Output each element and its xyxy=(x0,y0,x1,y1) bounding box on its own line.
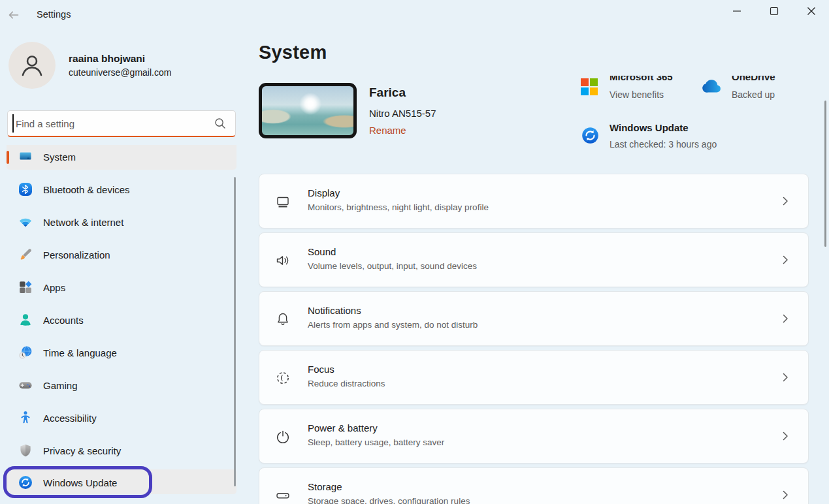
sidebar-item-label: System xyxy=(43,151,76,163)
microsoft-logo-icon xyxy=(581,78,598,95)
power-icon xyxy=(274,428,291,445)
sidebar-item-label: Gaming xyxy=(43,380,78,391)
sidebar-item-privacy-security[interactable]: Privacy & security xyxy=(0,437,237,464)
settings-window: Settings raaina bhojwani cuteuniverse@gm… xyxy=(0,0,829,504)
card-title: Focus xyxy=(308,364,334,375)
search-box[interactable] xyxy=(7,110,236,137)
status-title: Windows Update xyxy=(610,122,689,133)
sidebar-item-label: Network & internet xyxy=(43,217,123,228)
rename-link[interactable]: Rename xyxy=(369,125,406,136)
profile-email: cuteuniverse@gmail.com xyxy=(69,67,171,78)
apps-icon xyxy=(18,280,33,294)
chevron-right-icon xyxy=(779,254,791,266)
chevron-right-icon xyxy=(779,195,791,207)
card-subtitle: Volume levels, output, input, sound devi… xyxy=(308,261,477,271)
sidebar-item-time-language[interactable]: Time & language xyxy=(0,339,237,366)
sidebar-item-network-internet[interactable]: Network & internet xyxy=(0,209,237,235)
card-power-battery[interactable]: Power & battery Sleep, battery usage, ba… xyxy=(259,409,809,464)
time-language-icon xyxy=(18,345,33,360)
sidebar-item-system[interactable]: System xyxy=(0,144,237,170)
system-icon xyxy=(18,150,33,164)
accounts-icon xyxy=(18,313,33,327)
windows-update-icon xyxy=(581,127,599,144)
ms-logo-red xyxy=(581,78,589,86)
sidebar-item-windows-update[interactable]: Windows Update xyxy=(0,469,237,496)
sidebar-item-label: Windows Update xyxy=(43,477,117,488)
person-icon xyxy=(18,51,46,80)
back-button[interactable] xyxy=(5,7,22,24)
sidebar-item-accessibility[interactable]: Accessibility xyxy=(0,405,237,431)
sidebar-scrollbar[interactable] xyxy=(234,177,236,486)
status-title-clipped: OneDrive xyxy=(732,76,804,84)
close-icon xyxy=(806,6,817,16)
avatar[interactable] xyxy=(8,42,56,89)
status-title-clipped: Microsoft 365 xyxy=(610,76,701,84)
minimize-button[interactable] xyxy=(722,0,752,22)
search-icon xyxy=(214,117,227,130)
privacy-shield-icon xyxy=(18,443,33,458)
sidebar-item-gaming[interactable]: Gaming xyxy=(0,372,237,398)
card-title: Notifications xyxy=(308,305,361,316)
personalization-icon xyxy=(18,247,33,262)
status-subtitle: Last checked: 3 hours ago xyxy=(610,139,717,150)
sidebar-item-personalization[interactable]: Personalization xyxy=(0,242,237,268)
sidebar-item-label: Time & language xyxy=(43,347,117,358)
card-focus[interactable]: Focus Reduce distractions xyxy=(259,350,809,405)
close-button[interactable] xyxy=(796,0,826,22)
ms-logo-blue xyxy=(581,87,589,95)
status-subtitle: View benefits xyxy=(610,89,664,100)
page-title: System xyxy=(259,42,327,63)
hover-highlight xyxy=(7,469,236,494)
profile-name: raaina bhojwani xyxy=(69,53,145,65)
card-notifications[interactable]: Notifications Alerts from apps and syste… xyxy=(259,291,809,346)
sidebar-item-label: Bluetooth & devices xyxy=(43,184,130,195)
sidebar-item-apps[interactable]: Apps xyxy=(0,274,237,300)
app-title: Settings xyxy=(37,9,71,20)
card-title: Power & battery xyxy=(308,422,378,433)
display-icon xyxy=(274,193,291,210)
text-caret xyxy=(12,114,14,133)
bell-icon xyxy=(274,311,291,328)
sidebar-item-bluetooth-devices[interactable]: Bluetooth & devices xyxy=(0,176,237,202)
storage-icon xyxy=(274,487,291,504)
sidebar-item-label: Accessibility xyxy=(43,413,97,424)
selected-accent-bar xyxy=(7,151,9,164)
card-subtitle: Reduce distractions xyxy=(308,379,385,388)
card-sound[interactable]: Sound Volume levels, output, input, soun… xyxy=(259,232,809,287)
card-subtitle: Alerts from apps and system, do not dist… xyxy=(308,320,478,330)
focus-icon xyxy=(274,370,291,386)
sidebar-item-label: Apps xyxy=(43,282,65,293)
gaming-icon xyxy=(18,378,33,392)
windows-update-icon xyxy=(18,475,33,490)
chevron-right-icon xyxy=(779,489,791,501)
maximize-button[interactable] xyxy=(759,0,789,22)
minimize-icon xyxy=(732,6,742,16)
card-storage[interactable]: Storage Storage space, drives, configura… xyxy=(259,467,809,504)
search-input[interactable] xyxy=(14,111,210,136)
onedrive-cloud-icon xyxy=(700,79,721,94)
network-icon xyxy=(18,215,33,229)
device-thumbnail xyxy=(259,83,357,138)
bluetooth-icon xyxy=(18,182,33,197)
maximize-icon xyxy=(769,6,779,16)
ms-logo-yellow xyxy=(590,87,598,95)
chevron-right-icon xyxy=(779,371,791,383)
device-name: Farica xyxy=(369,86,406,100)
selected-highlight xyxy=(7,145,236,170)
card-display[interactable]: Display Monitors, brightness, night ligh… xyxy=(259,174,809,228)
sidebar-item-label: Accounts xyxy=(43,315,84,326)
device-model: Nitro AN515-57 xyxy=(369,108,436,119)
card-subtitle: Storage space, drives, configuration rul… xyxy=(308,496,470,504)
card-title: Display xyxy=(308,187,340,198)
card-subtitle: Monitors, brightness, night light, displ… xyxy=(308,202,489,212)
main-scrollbar[interactable] xyxy=(824,101,826,247)
accessibility-icon xyxy=(18,411,33,425)
sidebar-item-accounts[interactable]: Accounts xyxy=(0,307,237,333)
chevron-right-icon xyxy=(779,313,791,324)
sidebar-item-label: Personalization xyxy=(43,249,110,260)
status-subtitle: Backed up xyxy=(732,89,775,100)
card-subtitle: Sleep, battery usage, battery saver xyxy=(308,437,444,447)
back-arrow-icon xyxy=(7,8,20,22)
ms-logo-green xyxy=(590,78,598,86)
chevron-right-icon xyxy=(779,430,791,442)
